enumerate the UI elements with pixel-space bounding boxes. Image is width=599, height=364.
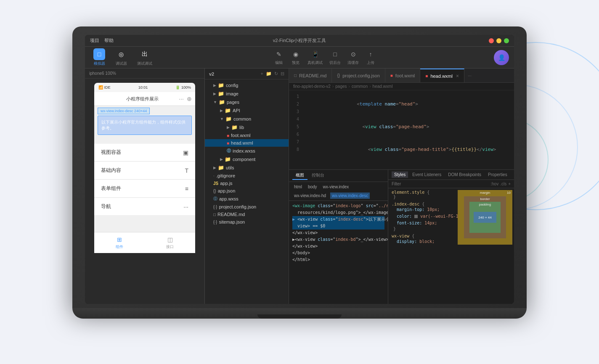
- tree-item-image[interactable]: ▶ 📁 image: [205, 90, 289, 98]
- phone-title-bar: 小程序组件展示 ··· ⊕: [94, 92, 195, 106]
- toolbar-btn-debugger[interactable]: ◎ 调试器: [112, 47, 130, 68]
- element-tags-bar: html body wx-view.index wx-view.index-hd…: [289, 182, 388, 201]
- action-edit[interactable]: ✎ 编辑: [274, 49, 284, 66]
- clear-cache-icon: ⊙: [348, 49, 358, 59]
- nav-icon: ···: [183, 203, 188, 210]
- chevron-lib: ▶: [227, 125, 230, 129]
- tree-label-pages: pages: [227, 100, 239, 105]
- tree-item-config[interactable]: ▶ 📁 config: [205, 81, 289, 90]
- upload-label: 上传: [367, 60, 374, 66]
- filter-input[interactable]: [392, 182, 489, 186]
- tree-item-utils[interactable]: ▶ 📁 utils: [205, 164, 289, 172]
- menu-bar: 项目 帮助 v2-FinClip小程序开发工具: [85, 35, 514, 47]
- more-icon[interactable]: ···: [179, 95, 184, 102]
- new-folder-icon[interactable]: 📁: [266, 71, 272, 76]
- share-icon[interactable]: ⊕: [187, 95, 192, 102]
- element-highlight: 以下展示小程序官方组件能力，组件样式仅供参考。: [98, 116, 192, 135]
- hover-filter[interactable]: :hov: [490, 182, 498, 186]
- add-style-icon[interactable]: +: [508, 182, 511, 186]
- folder-pages-icon: 📁: [219, 99, 225, 105]
- styles-tab-accessibility[interactable]: Accessibility: [512, 171, 514, 178]
- action-cut-log[interactable]: □ 切后台: [329, 49, 341, 66]
- minimize-button[interactable]: [496, 38, 501, 43]
- tab-foot[interactable]: ■ foot.wxml: [385, 69, 421, 82]
- close-button[interactable]: [489, 38, 494, 43]
- tree-item-readme[interactable]: □ README.md: [205, 211, 289, 218]
- file-icon-projectconfig: {·}: [213, 205, 217, 209]
- tree-item-projectconfig[interactable]: {·} project.config.json: [205, 203, 289, 211]
- tree-item-lib[interactable]: ▶ 📁 lib: [205, 123, 289, 132]
- file-icon-appjson: {}: [213, 189, 216, 193]
- html-content[interactable]: <wx-image class="index-logo" src="../res…: [289, 201, 388, 304]
- html-preview-panel: 概图 控制台 html body wx-view.index wx-view.i…: [289, 170, 388, 304]
- breadcrumb-pages: pages: [335, 84, 347, 89]
- list-item-nav[interactable]: 导航 ···: [94, 198, 195, 216]
- html-tab-outline[interactable]: 概图: [292, 171, 307, 180]
- phone-status-bar: 📶 IDE 10:01 🔋 100%: [94, 83, 195, 92]
- tree-item-sitemap[interactable]: {·} sitemap.json: [205, 218, 289, 226]
- element-tag-wxview-desc[interactable]: wx-view.index-desc: [330, 193, 370, 199]
- tab-readme[interactable]: □ README.md: [289, 69, 332, 82]
- menu-item-help[interactable]: 帮助: [104, 37, 114, 44]
- chevron-utils: ▶: [213, 166, 216, 170]
- debugger-label: 调试器: [116, 61, 127, 66]
- toolbar-btn-simulator[interactable]: □ 模拟器: [90, 47, 109, 68]
- element-tag-wxview-index[interactable]: wx-view.index: [321, 184, 351, 190]
- action-upload[interactable]: ↑ 上传: [366, 49, 376, 66]
- styles-tab-event-listeners[interactable]: Event Listeners: [410, 171, 444, 178]
- tree-item-common[interactable]: ▼ 📁 common: [205, 115, 289, 123]
- tree-item-gitignore[interactable]: · .gitignore: [205, 172, 289, 179]
- styles-panel: Styles Event Listeners DOM Breakpoints P…: [388, 170, 514, 304]
- tree-item-appwxss[interactable]: ⓪ app.wxss: [205, 195, 289, 203]
- element-tag-html[interactable]: html: [292, 184, 304, 190]
- tree-item-appjs[interactable]: JS app.js: [205, 179, 289, 187]
- line-num-2: 2: [289, 100, 302, 108]
- styles-tab-styles[interactable]: Styles: [392, 171, 408, 178]
- html-line-6: ▶<wx-view class="index-bd">_</wx-view>: [292, 236, 384, 243]
- tree-item-api[interactable]: ▶ 📁 API: [205, 106, 289, 115]
- styles-tab-dom-breakpoints[interactable]: DOM Breakpoints: [445, 171, 484, 178]
- tab-more-button[interactable]: ···: [464, 73, 475, 78]
- menu-item-project[interactable]: 项目: [90, 37, 99, 44]
- list-item-form[interactable]: 表单组件 ≡: [94, 180, 195, 198]
- tree-item-foot-wxml[interactable]: ■ foot.wxml: [205, 132, 289, 139]
- folder-api-icon: 📁: [225, 108, 231, 113]
- tab-head-close[interactable]: ×: [456, 73, 459, 79]
- chevron-image: ▶: [213, 92, 216, 96]
- nav-item-interface[interactable]: ◫ 接口: [166, 236, 174, 250]
- new-file-icon[interactable]: +: [261, 71, 263, 76]
- list-item-basic[interactable]: 基础内容 T: [94, 162, 195, 179]
- tree-label-common: common: [233, 116, 251, 121]
- refresh-icon[interactable]: ↻: [274, 71, 278, 76]
- list-item-views[interactable]: 视图容器 ▣: [94, 144, 195, 161]
- html-line-1: <wx-image class="index-logo" src="../res…: [292, 203, 384, 209]
- collapse-icon[interactable]: ⊟: [281, 71, 284, 76]
- tree-item-pages[interactable]: ▼ 📁 pages: [205, 98, 289, 106]
- action-real-test[interactable]: 📱 真机调试: [307, 49, 323, 66]
- list-item-label-views: 视图容器: [101, 149, 121, 156]
- tree-label-readme: README.md: [217, 212, 245, 217]
- interface-nav-icon: ◫: [166, 236, 174, 243]
- nav-item-component[interactable]: ⊞ 组件: [116, 236, 123, 250]
- element-tag-wxview-hd[interactable]: wx-view.index-hd: [292, 193, 328, 199]
- tree-item-appjson[interactable]: {} app.json: [205, 187, 289, 195]
- tab-head[interactable]: ■ head.wxml ×: [420, 69, 464, 82]
- tab-project-config-label: project.config.json: [342, 73, 380, 78]
- styles-tab-properties[interactable]: Properties: [485, 171, 510, 178]
- action-clear-cache[interactable]: ⊙ 清缓存: [347, 49, 359, 66]
- html-tab-console[interactable]: 控制台: [308, 171, 328, 180]
- upload-icon: ↑: [366, 49, 376, 59]
- tree-item-head-wxml[interactable]: ■ head.wxml: [205, 139, 289, 147]
- toolbar-btn-test[interactable]: 出 测试调试: [134, 47, 156, 68]
- tree-item-index-wxss[interactable]: ⓪ index.wxss: [205, 147, 289, 155]
- action-preview[interactable]: ◉ 预览: [291, 49, 301, 66]
- tree-item-component[interactable]: ▶ 📁 component: [205, 155, 289, 164]
- cls-filter[interactable]: .cls: [500, 182, 506, 186]
- laptop-screen: 项目 帮助 v2-FinClip小程序开发工具 □: [85, 35, 514, 304]
- code-content[interactable]: <template name="head"> <view class="page…: [302, 90, 514, 169]
- tab-project-config[interactable]: {} project.config.json: [332, 69, 385, 82]
- user-avatar[interactable]: 👤: [494, 50, 509, 65]
- chevron-pages: ▼: [213, 100, 217, 104]
- element-tag-body[interactable]: body: [306, 184, 319, 190]
- maximize-button[interactable]: [504, 38, 509, 43]
